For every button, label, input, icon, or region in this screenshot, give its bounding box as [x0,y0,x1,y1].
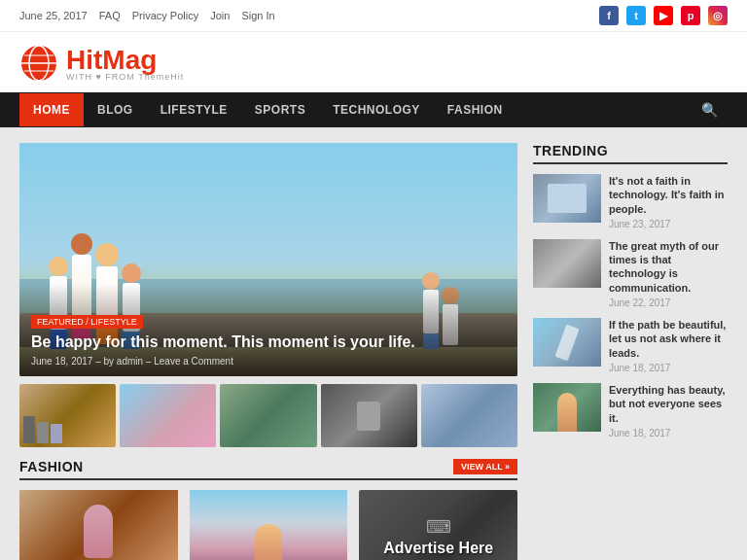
fashion-img-1[interactable] [19,490,178,560]
logo-area: HitMag WITH ♥ FROM ThemeHit [0,32,747,92]
thumb-5[interactable] [421,384,517,447]
nav-technology[interactable]: TECHNOLOGY [319,93,434,126]
social-icons: f t ▶ p ◎ [599,6,728,25]
join-link[interactable]: Join [210,10,230,21]
thumbnail-row [19,384,517,447]
content-left: FEATURED / LIFESTYLE Be happy for this m… [19,143,517,560]
fashion-item-1: Everything has beauty, but not everyone … [19,490,178,560]
trending-text-3: If the path be beautiful, let us not ask… [609,318,728,373]
featured-title: Be happy for this moment. This moment is… [31,332,506,353]
faq-link[interactable]: FAQ [99,10,121,21]
featured-image[interactable]: FEATURED / LIFESTYLE Be happy for this m… [19,143,517,376]
nav-items: HOME BLOG LIFESTYLE SPORTS TECHNOLOGY FA… [19,93,516,126]
instagram-icon[interactable]: ◎ [708,6,728,25]
trending-text-2: The great myth of our times is that tech… [609,239,728,308]
pinterest-icon[interactable]: p [681,6,700,25]
trending-date-3: June 18, 2017 [609,363,728,373]
top-bar-left: June 25, 2017 FAQ Privacy Policy Join Si… [19,10,275,21]
trending-title-2: The great myth of our times is that tech… [609,239,728,295]
trending-thumb-1 [533,174,601,223]
trending-date-4: June 18, 2017 [609,428,728,438]
thumb-2[interactable] [120,384,216,447]
trending-thumb-4 [533,383,601,432]
logo-hit: Hit [66,45,102,75]
nav-sports[interactable]: SPORTS [241,93,319,126]
featured-overlay: FEATURED / LIFESTYLE Be happy for this m… [19,284,517,376]
featured-meta: June 18, 2017 – by admin – Leave a Comme… [31,356,506,367]
trending-text-1: It's not a faith in technology. It's fai… [609,174,728,229]
main-content: FEATURED / LIFESTYLE Be happy for this m… [0,127,747,560]
advertise-box[interactable]: ⌨ Advertise Here [359,490,517,560]
date: June 25, 2017 [19,10,88,21]
fashion-items: Everything has beauty, but not everyone … [19,490,517,560]
trending-item-3[interactable]: If the path be beautiful, let us not ask… [533,318,728,373]
fashion-section-header: FASHION VIEW ALL » [19,459,517,480]
trending-title-4: Everything has beauty, but not everyone … [609,383,728,425]
trending-item-4[interactable]: Everything has beauty, but not everyone … [533,383,728,438]
nav-lifestyle[interactable]: LIFESTYLE [147,93,241,126]
trending-title-3: If the path be beautiful, let us not ask… [609,318,728,360]
privacy-link[interactable]: Privacy Policy [132,10,198,21]
thumb-4[interactable] [321,384,417,447]
logo-tagline: WITH ♥ FROM ThemeHit [66,72,184,82]
trending-item-2[interactable]: The great myth of our times is that tech… [533,239,728,308]
trending-thumb-2 [533,239,601,288]
facebook-icon[interactable]: f [599,6,619,25]
trending-heading: TRENDING [533,143,728,164]
twitter-icon[interactable]: t [626,6,646,25]
nav-fashion[interactable]: FASHION [434,93,516,126]
fashion-item-2: Everything has beauty, but not everyone … [190,490,348,560]
logo[interactable]: HitMag WITH ♥ FROM ThemeHit [19,44,728,83]
trending-date-2: June 22, 2017 [609,298,728,308]
view-all-button[interactable]: VIEW ALL » [453,459,517,474]
trending-text-4: Everything has beauty, but not everyone … [609,383,728,438]
nav-blog[interactable]: BLOG [84,93,147,126]
thumb-3[interactable] [220,384,316,447]
trending-item-1[interactable]: It's not a faith in technology. It's fai… [533,174,728,229]
trending-thumb-3 [533,318,601,367]
trending-date-1: June 23, 2017 [609,219,728,229]
featured-tag: FEATURED / LIFESTYLE [31,315,143,329]
advertise-title: Advertise Here [383,540,493,557]
thumb-1[interactable] [19,384,116,447]
logo-text-area: HitMag WITH ♥ FROM ThemeHit [66,45,184,82]
top-bar: June 25, 2017 FAQ Privacy Policy Join Si… [0,0,747,32]
sidebar: TRENDING It's not a faith in technology.… [533,143,728,560]
logo-globe-icon [19,44,58,83]
logo-mag: Mag [102,45,157,75]
navigation: HOME BLOG LIFESTYLE SPORTS TECHNOLOGY FA… [0,92,747,127]
fashion-img-2[interactable] [190,490,348,560]
trending-title-1: It's not a faith in technology. It's fai… [609,174,728,216]
search-icon[interactable]: 🔍 [692,92,728,127]
fashion-title: FASHION [19,459,84,474]
youtube-icon[interactable]: ▶ [654,6,673,25]
signin-link[interactable]: Sign In [241,10,274,21]
nav-home[interactable]: HOME [19,93,84,126]
fashion-item-3[interactable]: ⌨ Advertise Here [359,490,517,560]
